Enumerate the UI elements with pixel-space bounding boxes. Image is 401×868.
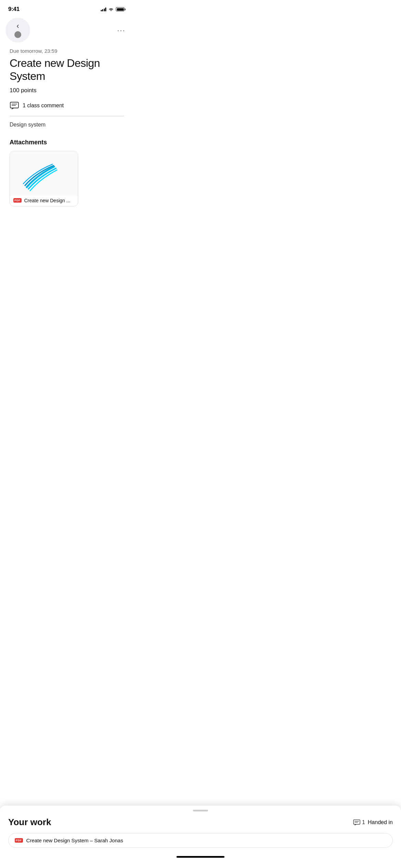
status-bar: 9:41 <box>0 0 134 16</box>
category-text: Design system <box>10 122 124 128</box>
attachment-thumbnail <box>20 155 68 192</box>
attachment-preview <box>10 151 78 196</box>
signal-icon <box>101 7 107 11</box>
more-button[interactable]: ··· <box>114 23 128 38</box>
avatar <box>14 31 21 38</box>
attachment-name: Create new Design ... <box>24 198 71 203</box>
attachments-title: Attachments <box>10 139 124 146</box>
comment-row[interactable]: 1 class comment <box>10 101 124 110</box>
attachments-section: Attachments PDF Create new Design ... <box>10 139 124 206</box>
pdf-badge: PDF <box>13 198 22 203</box>
back-button[interactable]: ‹ <box>5 18 30 43</box>
due-date: Due tomorrow, 23:59 <box>10 48 124 54</box>
back-chevron-icon: ‹ <box>16 22 19 30</box>
attachment-label: PDF Create new Design ... <box>10 196 78 206</box>
comment-icon <box>10 101 19 110</box>
attachment-card[interactable]: PDF Create new Design ... <box>10 151 78 206</box>
divider <box>10 116 124 116</box>
status-time: 9:41 <box>8 6 20 13</box>
wifi-icon <box>108 7 114 11</box>
status-icons <box>101 7 126 11</box>
main-content: Due tomorrow, 23:59 Create new Design Sy… <box>0 45 134 206</box>
points: 100 points <box>10 87 124 94</box>
more-icon: ··· <box>117 26 125 35</box>
assignment-title: Create new Design System <box>10 57 124 83</box>
svg-rect-0 <box>10 102 19 108</box>
nav-bar: ‹ ··· <box>0 16 134 45</box>
battery-icon <box>116 7 125 11</box>
comment-text: 1 class comment <box>23 103 64 109</box>
